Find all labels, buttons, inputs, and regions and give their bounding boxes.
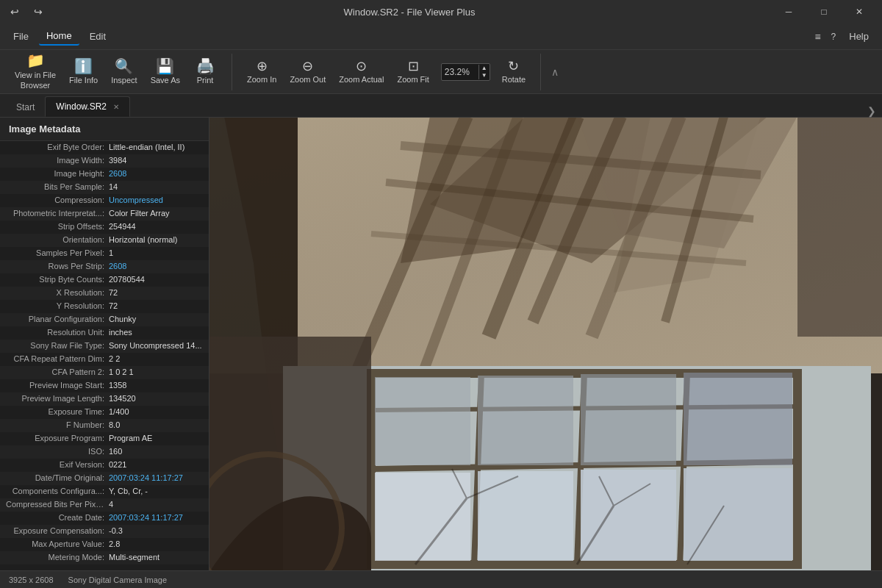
meta-key: ISO: [6, 447, 109, 456]
meta-key: Image Height: [6, 169, 109, 178]
table-row: Strip Offsets:254944 [0, 220, 209, 234]
titlebar-left: ↩ ↪ [6, 4, 47, 19]
save-as-button[interactable]: 💾 Save As [145, 54, 186, 90]
meta-key: Compression: [6, 196, 109, 204]
zoom-up-arrow[interactable]: ▲ [479, 65, 490, 72]
minimize-button[interactable]: ─ [772, 0, 806, 24]
meta-key: Exif Byte Order: [6, 143, 109, 151]
zoom-down-arrow[interactable]: ▼ [479, 72, 490, 79]
window-title: Window.SR2 - File Viewer Plus [344, 7, 476, 18]
table-row: Y Resolution:72 [0, 300, 209, 313]
meta-value: 1 [109, 248, 203, 257]
view-in-file-browser-button[interactable]: 📁 View in File Browser [9, 54, 62, 90]
undo-button[interactable]: ↩ [6, 4, 24, 19]
zoom-actual-icon: ⊙ [356, 60, 367, 73]
camera-info: Sony Digital Camera Image [68, 576, 168, 584]
svg-rect-30 [375, 377, 470, 465]
tab-file[interactable]: Window.SR2 ✕ [45, 96, 130, 117]
folder-icon: 📁 [26, 53, 45, 68]
meta-key: Create Date: [6, 513, 109, 522]
meta-value: 8.0 [109, 420, 203, 429]
image-display [209, 118, 882, 570]
file-info-button[interactable]: ℹ️ File Info [63, 54, 104, 90]
table-row: Bits Per Sample:14 [0, 181, 209, 194]
toolbar-collapse-icon[interactable]: ∧ [550, 65, 560, 79]
table-row: Photometric Interpretat...:Color Filter … [0, 207, 209, 220]
meta-key: Max Aperture Value: [6, 539, 109, 548]
redo-button[interactable]: ↪ [29, 4, 47, 19]
rotate-button[interactable]: ↻ Rotate [496, 54, 531, 90]
zoom-fit-label: Zoom Fit [397, 75, 429, 84]
table-row: Metering Mode:Multi-segment [0, 551, 209, 564]
menu-home[interactable]: Home [39, 27, 79, 46]
table-row: Preview Image Start:1358 [0, 379, 209, 392]
table-row: Exposure Time:1/400 [0, 406, 209, 419]
svg-rect-26 [375, 473, 470, 561]
table-row: Strip Byte Counts:20780544 [0, 273, 209, 287]
meta-key: CFA Repeat Pattern Dim: [6, 354, 109, 363]
meta-key: Exposure Program: [6, 434, 109, 442]
question-icon: ? [831, 32, 836, 42]
tab-start[interactable]: Start [6, 98, 45, 117]
save-icon: 💾 [156, 59, 174, 74]
meta-key: CFA Pattern 2: [6, 368, 109, 376]
toolbar: 📁 View in File Browser ℹ️ File Info 🔍 In… [0, 50, 882, 94]
meta-value: 2 2 [109, 354, 203, 363]
maximize-button[interactable]: □ [807, 0, 841, 24]
meta-value: Chunky [109, 315, 203, 323]
meta-value: 72 [109, 301, 203, 310]
table-row: Exposure Program:Program AE [0, 432, 209, 445]
meta-key: Metering Mode: [6, 553, 109, 562]
rotate-icon: ↻ [508, 60, 519, 73]
print-button[interactable]: 🖨️ Print [187, 54, 223, 90]
statusbar: 3925 x 2608 Sony Digital Camera Image [0, 570, 882, 588]
meta-key: Date/Time Original: [6, 473, 109, 482]
file-tools-group: 📁 View in File Browser ℹ️ File Info 🔍 In… [9, 54, 232, 90]
zoom-actual-button[interactable]: ⊙ Zoom Actual [333, 54, 390, 90]
close-button[interactable]: ✕ [842, 0, 876, 24]
tab-list-arrow[interactable]: ❯ [867, 105, 876, 117]
meta-key: Image Width: [6, 156, 109, 165]
settings-icon[interactable]: ≡ [810, 29, 825, 44]
inspect-button[interactable]: 🔍 Inspect [105, 54, 143, 90]
zoom-fit-button[interactable]: ⊡ Zoom Fit [391, 54, 434, 90]
print-icon: 🖨️ [196, 59, 215, 74]
image-dimensions: 3925 x 2608 [9, 576, 54, 584]
meta-key: Samples Per Pixel: [6, 248, 109, 257]
meta-value: 160 [109, 447, 203, 456]
menubar-left: File Home Edit [6, 27, 113, 46]
zoom-actual-label: Zoom Actual [339, 75, 384, 84]
table-row: Create Date:2007:03:24 11:17:27 [0, 512, 209, 525]
meta-value: Program AE [109, 434, 203, 442]
meta-value: 2608 [109, 169, 203, 178]
table-row: X Resolution:72 [0, 287, 209, 300]
table-row: Compression:Uncompressed [0, 194, 209, 207]
menu-edit[interactable]: Edit [82, 28, 113, 45]
rotate-label: Rotate [502, 75, 526, 84]
tab-close-icon[interactable]: ✕ [113, 103, 119, 111]
image-viewer[interactable] [209, 118, 882, 570]
meta-value: 72 [109, 288, 203, 297]
meta-key: Rows Per Strip: [6, 262, 109, 270]
meta-value: 14 [109, 182, 203, 191]
meta-key: Sony Raw File Type: [6, 341, 109, 350]
menubar: File Home Edit ≡ ? Help [0, 24, 882, 50]
zoom-out-button[interactable]: ⊖ Zoom Out [284, 54, 331, 90]
meta-key: Compressed Bits Per Pix...: [6, 500, 109, 509]
metadata-scroll[interactable]: Exif Byte Order:Little-endian (Intel, II… [0, 141, 209, 570]
table-row: Orientation:Horizontal (normal) [0, 234, 209, 247]
zoom-input[interactable] [442, 67, 478, 77]
help-menu[interactable]: Help [842, 28, 876, 45]
titlebar: ↩ ↪ Window.SR2 - File Viewer Plus ─ □ ✕ [0, 0, 882, 24]
meta-value: Multi-segment [109, 553, 203, 562]
zoom-in-label: Zoom In [247, 75, 276, 84]
menu-file[interactable]: File [6, 28, 36, 45]
table-row: Image Width:3984 [0, 154, 209, 168]
table-row: Preview Image Length:134520 [0, 392, 209, 406]
meta-value: 2007:03:24 11:17:27 [109, 513, 203, 522]
svg-rect-28 [581, 470, 676, 561]
meta-key: Strip Offsets: [6, 222, 109, 231]
meta-value: 4 [109, 500, 203, 509]
zoom-in-button[interactable]: ⊕ Zoom In [241, 54, 282, 90]
inspect-icon: 🔍 [115, 59, 133, 74]
